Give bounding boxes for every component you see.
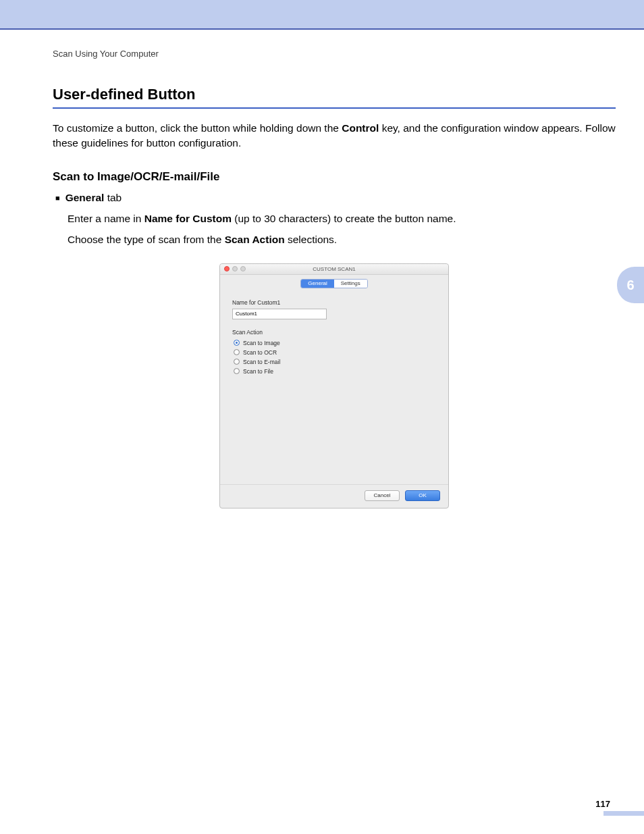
minimize-icon[interactable] [232,266,238,271]
radio-icon [234,349,240,355]
bullet-rest: tab [104,192,122,203]
header-band [0,0,644,30]
radio-scan-to-file[interactable]: Scan to File [234,368,436,375]
breadcrumb: Scan Using Your Computer [53,49,616,59]
radio-label: Scan to E-mail [243,359,280,365]
close-icon[interactable] [224,266,230,271]
bullet-bold: General [65,192,105,203]
page-title: User-defined Button [53,86,616,103]
bullet-item: ■ General tab [55,192,616,204]
radio-scan-to-ocr[interactable]: Scan to OCR [234,349,436,356]
window-controls [224,266,246,271]
page-content: Scan Using Your Computer User-defined Bu… [0,30,644,509]
dialog-titlebar: CUSTOM SCAN1 [220,264,448,275]
radio-icon [234,359,240,365]
radio-label: Scan to OCR [243,349,277,356]
radio-label: Scan to File [243,368,273,375]
tab-general[interactable]: General [301,280,333,288]
radio-scan-to-email[interactable]: Scan to E-mail [234,359,436,365]
radio-scan-to-image[interactable]: Scan to Image [234,340,436,346]
tab-settings[interactable]: Settings [334,280,367,288]
dialog-body: Name for Custom1 Scan Action Scan to Ima… [220,295,448,484]
page-footer: 117 [0,799,644,819]
tab-segmented-control: General Settings [220,279,448,288]
segmented-control: General Settings [300,279,367,288]
section-heading: Scan to Image/OCR/E-mail/File [53,170,616,184]
cancel-button[interactable]: Cancel [365,490,400,501]
radio-label: Scan to Image [243,340,280,346]
dialog-figure: CUSTOM SCAN1 General Settings Name for C… [53,263,616,509]
l2-prefix: Choose the type of scan from the [68,234,225,245]
dialog-title: CUSTOM SCAN1 [313,266,355,272]
custom-scan-dialog: CUSTOM SCAN1 General Settings Name for C… [219,263,449,509]
dialog-footer: Cancel OK [220,484,448,508]
intro-paragraph: To customize a button, click the button … [53,121,616,151]
radio-icon [234,368,240,374]
l2-suffix: selections. [285,234,338,245]
name-for-custom-input[interactable] [232,309,327,319]
ok-button[interactable]: OK [405,490,440,501]
scan-action-label: Scan Action [232,329,436,336]
square-bullet-icon: ■ [55,194,60,202]
page-number: 117 [595,799,610,809]
footer-accent-bar [603,811,644,816]
l1-bold: Name for Custom [144,213,232,224]
bullet-text: General tab [65,192,122,204]
name-for-custom-label: Name for Custom1 [232,299,436,306]
l1-suffix: (up to 30 characters) to create the butt… [232,213,456,224]
intro-prefix: To customize a button, click the button … [53,122,342,134]
l1-prefix: Enter a name in [68,213,144,224]
instruction-line-1: Enter a name in Name for Custom (up to 3… [68,211,616,228]
maximize-icon[interactable] [240,266,246,271]
intro-bold: Control [342,122,379,134]
title-rule [53,107,616,109]
radio-icon [234,340,240,346]
l2-bold: Scan Action [225,234,285,245]
instruction-line-2: Choose the type of scan from the Scan Ac… [68,232,616,249]
